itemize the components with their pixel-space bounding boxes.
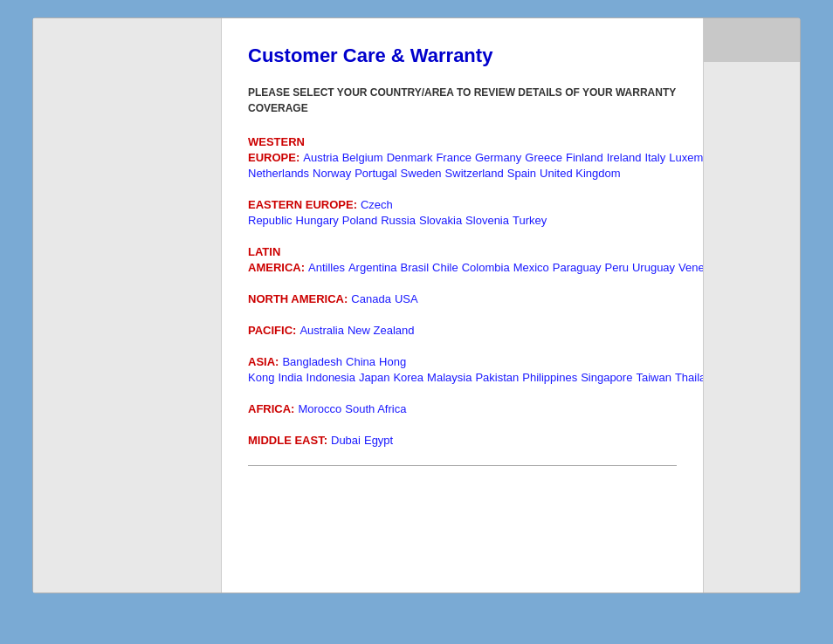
region-label-asia: ASIA: [248, 355, 279, 368]
country-link[interactable]: Venezuela [678, 261, 704, 274]
country-link[interactable]: Portugal [355, 167, 396, 180]
region-pacific: PACIFIC:AustraliaNew Zealand [248, 322, 677, 338]
country-link[interactable]: Argentina [348, 261, 397, 274]
region-middle-east: MIDDLE EAST:DubaiEgypt [248, 432, 677, 448]
country-link[interactable]: Denmark [387, 151, 433, 164]
region-latin-america: LATIN AMERICA:AntillesArgentinaBrasilChi… [248, 243, 677, 275]
country-link[interactable]: Switzerland [445, 167, 504, 180]
country-link[interactable]: Australia [299, 324, 344, 337]
country-link[interactable]: Mexico [513, 261, 549, 274]
country-link[interactable]: Antilles [308, 261, 345, 274]
country-link[interactable]: Russia [381, 214, 416, 227]
country-link[interactable]: Chile [432, 261, 458, 274]
region-africa: AFRICA:MoroccoSouth Africa [248, 401, 677, 416]
country-link[interactable]: Egypt [364, 434, 393, 447]
instruction-text: PLEASE SELECT YOUR COUNTRY/AREA TO REVIE… [248, 85, 677, 116]
country-link[interactable]: Malaysia [427, 371, 472, 384]
region-label-north-america: NORTH AMERICA: [248, 292, 348, 305]
region-label-western-europe: WESTERN EUROPE: [248, 135, 305, 164]
country-link[interactable]: Japan [359, 371, 389, 384]
country-link[interactable]: Slovenia [465, 214, 509, 227]
country-link[interactable]: Spain [507, 167, 536, 180]
sidebar-right [704, 18, 800, 593]
country-link[interactable]: Belgium [342, 151, 383, 164]
country-link[interactable]: Indonesia [306, 371, 355, 384]
country-link[interactable]: Taiwan [636, 371, 671, 384]
region-label-pacific: PACIFIC: [248, 324, 296, 337]
country-link[interactable]: Dubai [331, 434, 361, 447]
country-link[interactable]: Canada [351, 292, 391, 305]
country-link[interactable]: Ireland [607, 151, 642, 164]
page-wrapper: Customer Care & Warranty PLEASE SELECT Y… [33, 18, 800, 593]
country-link[interactable]: Italy [644, 151, 665, 164]
page-title: Customer Care & Warranty [248, 45, 677, 67]
country-link[interactable]: Norway [313, 167, 351, 180]
country-link[interactable]: Hungary [296, 214, 339, 227]
country-link[interactable]: Austria [303, 151, 338, 164]
region-asia: ASIA:BangladeshChinaHong KongIndiaIndone… [248, 353, 677, 385]
country-link[interactable]: Morocco [298, 402, 341, 415]
country-link[interactable]: Poland [342, 214, 377, 227]
region-western-europe: WESTERN EUROPE:AustriaBelgiumDenmarkFran… [248, 134, 677, 181]
country-link[interactable]: France [436, 151, 471, 164]
region-label-africa: AFRICA: [248, 402, 294, 415]
outer-container: Customer Care & Warranty PLEASE SELECT Y… [32, 17, 801, 593]
region-label-middle-east: MIDDLE EAST: [248, 434, 327, 447]
country-link[interactable]: United Kingdom [540, 167, 621, 180]
country-link[interactable]: India [278, 371, 302, 384]
country-link[interactable]: Turkey [513, 214, 547, 227]
divider [248, 465, 677, 466]
country-link[interactable]: Sweden [401, 167, 442, 180]
country-link[interactable]: Bangladesh [282, 355, 342, 368]
country-link[interactable]: China [346, 355, 375, 368]
country-link[interactable]: Peru [604, 261, 628, 274]
country-link[interactable]: New Zealand [348, 324, 415, 337]
country-link[interactable]: USA [395, 292, 418, 305]
country-link[interactable]: Thailand [675, 371, 704, 384]
country-link[interactable]: Paraguay [553, 261, 602, 274]
sidebar-left [33, 18, 221, 593]
country-link[interactable]: Slovakia [419, 214, 462, 227]
region-north-america: NORTH AMERICA:CanadaUSA [248, 291, 677, 306]
region-label-eastern-europe: EASTERN EUROPE: [248, 198, 357, 211]
region-label-latin-america: LATIN AMERICA: [248, 245, 305, 274]
country-link[interactable]: Germany [475, 151, 521, 164]
country-link[interactable]: Uruguay [632, 261, 675, 274]
country-link[interactable]: Philippines [522, 371, 577, 384]
region-eastern-europe: EASTERN EUROPE:Czech RepublicHungaryPola… [248, 196, 677, 228]
country-link[interactable]: Greece [525, 151, 562, 164]
country-link[interactable]: Colombia [462, 261, 510, 274]
regions-container: WESTERN EUROPE:AustriaBelgiumDenmarkFran… [248, 134, 677, 448]
country-link[interactable]: Singapore [581, 371, 632, 384]
sidebar-right-notch [704, 18, 800, 62]
main-content: Customer Care & Warranty PLEASE SELECT Y… [221, 18, 704, 593]
country-link[interactable]: Pakistan [475, 371, 519, 384]
country-link[interactable]: South Africa [345, 402, 406, 415]
country-link[interactable]: Luxembourg [669, 151, 704, 164]
country-link[interactable]: Korea [393, 371, 423, 384]
country-link[interactable]: Finland [566, 151, 603, 164]
country-link[interactable]: Brasil [401, 261, 430, 274]
